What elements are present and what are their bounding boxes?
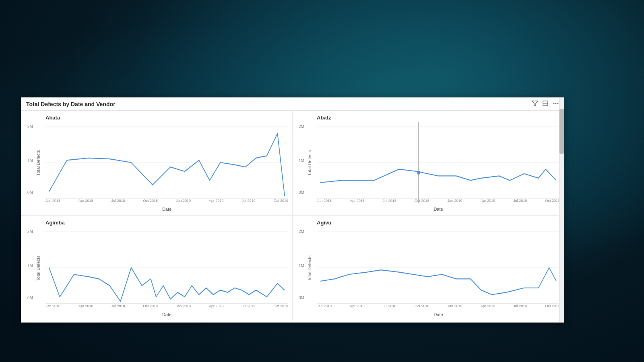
xlbl: Jan 2019 — [176, 199, 191, 203]
xlbl: Jul 2019 — [513, 304, 527, 308]
xlbl: Apr 2018 — [350, 199, 365, 203]
chart-agivu-xlabels: Jan 2018 Apr 2018 Jul 2018 Oct 2018 Jan … — [317, 304, 560, 308]
chart-agivu: Agivu Total Defects 2M 1M 0M Jan 2018 Ap… — [293, 216, 564, 321]
filter-icon[interactable] — [532, 100, 538, 108]
chart-abata-ytick-1m: 1M — [27, 158, 33, 163]
xlbl: Jul 2019 — [242, 199, 255, 203]
xlbl: Jul 2018 — [383, 199, 396, 203]
svg-point-4 — [555, 103, 557, 104]
chart-agimba-xtitle: Date — [45, 312, 288, 317]
chart-agimba-ylabel: Total Defects — [36, 255, 41, 281]
xlbl: Jan 2019 — [448, 304, 462, 308]
xlbl: Jan 2018 — [45, 199, 60, 203]
chart-abatz-ytick-2m: 2M — [299, 124, 304, 129]
window-title: Total Defects by Date and Vendor — [26, 101, 115, 107]
chart-agivu-ytick-2m: 2M — [299, 229, 304, 234]
xlbl: Jan 2018 — [317, 199, 332, 203]
xlbl: Oct 2018 — [415, 199, 429, 203]
svg-point-3 — [553, 103, 555, 104]
chart-abatz: Abatz Total Defects 2M 1M 0M Jan 2018 A — [293, 111, 564, 216]
scrollbar-thumb[interactable] — [559, 109, 564, 154]
chart-abatz-ytick-1m: 1M — [299, 158, 304, 163]
chart-abata: Abata Total Defects 2M 1M 0M Jan 2018 Ap… — [21, 111, 293, 216]
more-icon[interactable] — [553, 100, 559, 108]
xlbl: Jul 2019 — [513, 199, 527, 203]
xlbl: Jul 2018 — [111, 304, 125, 308]
xlbl: Jan 2019 — [176, 304, 191, 308]
chart-agimba-title: Agimba — [45, 220, 288, 226]
svg-point-5 — [557, 103, 559, 104]
cursor-dot — [417, 171, 420, 175]
xlbl: Apr 2018 — [78, 199, 93, 203]
chart-abata-ylabel: Total Defects — [36, 150, 41, 176]
chart-abata-ytick-2m: 2M — [27, 124, 33, 129]
window-controls — [532, 100, 559, 108]
scrollbar[interactable] — [559, 98, 564, 322]
xlbl: Jan 2018 — [317, 304, 332, 308]
chart-agivu-ytick-0m: 0M — [299, 296, 304, 300]
chart-abatz-area: 2M 1M 0M Jan 2018 Apr 2018 Jul 2018 Oct — [317, 122, 560, 203]
xlbl: Jul 2018 — [383, 304, 396, 308]
chart-abatz-svg — [317, 122, 560, 203]
xlbl: Oct 2018 — [143, 199, 158, 203]
xlbl: Oct 2018 — [143, 304, 158, 308]
xlbl: Jan 2018 — [45, 304, 60, 308]
chart-abata-xtitle: Date — [45, 207, 288, 212]
xlbl: Apr 2018 — [78, 304, 93, 308]
xlbl: Apr 2019 — [209, 199, 224, 203]
chart-agimba-ytick-0m: 0M — [27, 296, 33, 300]
xlbl: Jul 2018 — [111, 199, 125, 203]
chart-agivu-ylabel: Total Defects — [307, 255, 312, 281]
xlbl: Oct 2019 — [273, 199, 288, 203]
chart-abatz-ylabel: Total Defects — [307, 150, 312, 176]
xlbl: Apr 2019 — [209, 304, 224, 308]
chart-abatz-xtitle: Date — [317, 207, 560, 212]
chart-agivu-xtitle: Date — [317, 312, 560, 317]
xlbl: Jul 2019 — [242, 304, 255, 308]
chart-abata-svg — [45, 122, 288, 203]
chart-abata-title: Abata — [45, 115, 288, 121]
chart-abatz-xlabels: Jan 2018 Apr 2018 Jul 2018 Oct 2018 Jan … — [317, 199, 560, 203]
xlbl: Oct 2018 — [415, 304, 429, 308]
chart-agimba: Agimba Total Defects 2M 1M 0M Jan 2018 A… — [21, 216, 293, 321]
xlbl: Apr 2018 — [350, 304, 365, 308]
chart-abatz-title: Abatz — [317, 115, 560, 121]
chart-agivu-title: Agivu — [317, 220, 560, 226]
xlbl: Apr 2019 — [481, 199, 495, 203]
xlbl: Oct 2019 — [273, 304, 288, 308]
chart-agivu-ytick-1m: 1M — [299, 263, 304, 268]
chart-agivu-area: 2M 1M 0M Jan 2018 Apr 2018 Jul 2018 Oct … — [317, 227, 560, 308]
chart-abatz-ytick-0m: 0M — [299, 190, 304, 195]
chart-abata-ytick-0m: 0M — [27, 190, 33, 195]
svg-marker-0 — [532, 101, 538, 106]
chart-abata-area: 2M 1M 0M Jan 2018 Apr 2018 Jul 2018 Oct … — [45, 122, 288, 203]
xlbl: Oct 2019 — [545, 199, 560, 203]
chart-agimba-ytick-2m: 2M — [27, 229, 33, 234]
xlbl: Oct 2019 — [545, 304, 560, 308]
chart-abata-xlabels: Jan 2018 Apr 2018 Jul 2018 Oct 2018 Jan … — [45, 199, 288, 203]
chart-agivu-svg — [317, 227, 560, 308]
chart-agimba-svg — [45, 227, 288, 308]
charts-container: Abata Total Defects 2M 1M 0M Jan 2018 Ap… — [21, 111, 564, 321]
main-window: Total Defects by Date and Vendor Abata T… — [21, 97, 564, 323]
xlbl: Apr 2019 — [481, 304, 495, 308]
chart-agimba-xlabels: Jan 2018 Apr 2018 Jul 2018 Oct 2018 Jan … — [45, 304, 288, 308]
titlebar: Total Defects by Date and Vendor — [21, 98, 564, 111]
xlbl: Jan 2019 — [448, 199, 462, 203]
chart-agimba-area: 2M 1M 0M Jan 2018 Apr 2018 Jul 2018 Oct … — [45, 227, 288, 308]
expand-icon[interactable] — [542, 100, 549, 108]
chart-agimba-ytick-1m: 1M — [27, 263, 33, 268]
